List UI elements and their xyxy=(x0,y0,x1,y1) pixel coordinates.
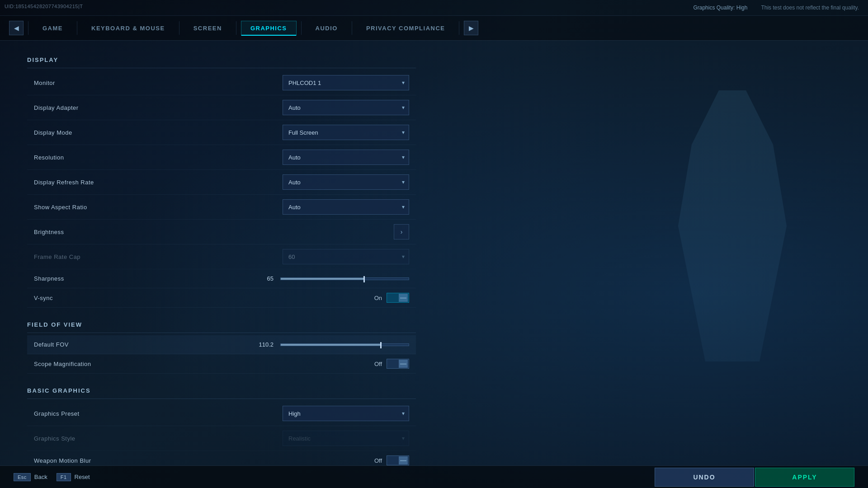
refresh-rate-control: Auto ▾ xyxy=(283,174,409,190)
reset-key-badge: F1 xyxy=(57,473,71,481)
frame-rate-cap-control: 60 ▾ xyxy=(283,249,409,264)
default-fov-row: Default FOV 110.2 xyxy=(27,335,416,354)
aspect-ratio-dropdown[interactable]: Auto ▾ xyxy=(283,199,409,215)
tab-separator-3 xyxy=(179,21,179,35)
top-bar: UID:185145428207743904215|T Graphics Qua… xyxy=(0,0,868,16)
scope-magnification-toggle[interactable]: — xyxy=(387,359,409,369)
quality-info: Graphics Quality: High This test does no… xyxy=(693,5,859,11)
reset-button[interactable]: F1 Reset xyxy=(57,473,90,481)
tab-privacy[interactable]: PRIVACY COMPLIANCE xyxy=(357,21,455,36)
resolution-control: Auto ▾ xyxy=(283,150,409,165)
sharpness-label: Sharpness xyxy=(34,275,64,282)
weapon-motion-blur-row: Weapon Motion Blur Off — xyxy=(27,451,416,465)
vsync-dash-icon: — xyxy=(400,294,406,301)
vsync-control: On — xyxy=(374,293,409,303)
tab-icon-left[interactable]: ◀ xyxy=(9,21,24,35)
tab-separator-5 xyxy=(301,21,302,35)
aspect-ratio-label: Show Aspect Ratio xyxy=(34,204,87,211)
display-adapter-row: Display Adapter Auto ▾ xyxy=(27,95,416,120)
resolution-row: Resolution Auto ▾ xyxy=(27,145,416,170)
sharpness-thumb xyxy=(363,276,365,282)
display-section-header: DISPLAY xyxy=(27,50,416,68)
vsync-label: V-sync xyxy=(34,295,53,301)
weapon-motion-blur-control: Off — xyxy=(374,455,409,465)
scope-magnification-label: Scope Magnification xyxy=(34,361,91,367)
graphics-style-control: Realistic ▾ xyxy=(283,431,409,446)
bottom-right-controls: UNDO APPLY xyxy=(655,468,854,487)
display-mode-value[interactable]: Full Screen xyxy=(283,125,409,140)
scope-dash-icon: — xyxy=(400,360,406,367)
monitor-row: Monitor PHLCOD1 1 ▾ xyxy=(27,70,416,95)
fov-section-header: FIELD OF VIEW xyxy=(27,314,416,333)
display-mode-dropdown[interactable]: Full Screen ▾ xyxy=(283,125,409,140)
tab-separator-6 xyxy=(352,21,352,35)
bottom-bar: Esc Back F1 Reset UNDO APPLY xyxy=(0,465,868,488)
refresh-rate-value[interactable]: Auto xyxy=(283,174,409,190)
graphics-style-row: Graphics Style Realistic ▾ xyxy=(27,426,416,451)
tab-game[interactable]: GAME xyxy=(33,21,72,36)
frame-rate-cap-label: Frame Rate Cap xyxy=(34,253,80,260)
graphics-style-value: Realistic xyxy=(283,431,409,446)
basic-graphics-section-header: BASIC GRAPHICS xyxy=(27,380,416,399)
tab-icon-right[interactable]: ▶ xyxy=(464,21,478,35)
weapon-motion-blur-indicator: — xyxy=(399,456,408,465)
frame-rate-cap-row: Frame Rate Cap 60 ▾ xyxy=(27,244,416,269)
settings-area: DISPLAY Monitor PHLCOD1 1 ▾ Display Adap… xyxy=(0,41,868,465)
frame-rate-cap-dropdown: 60 ▾ xyxy=(283,249,409,264)
default-fov-control: 110.2 xyxy=(251,341,409,348)
vsync-state-text: On xyxy=(374,295,382,301)
vsync-toggle[interactable]: — xyxy=(387,293,409,303)
resolution-dropdown[interactable]: Auto ▾ xyxy=(283,150,409,165)
graphics-preset-dropdown[interactable]: High ▾ xyxy=(283,406,409,421)
scope-magnification-row: Scope Magnification Off — xyxy=(27,354,416,374)
settings-panel: DISPLAY Monitor PHLCOD1 1 ▾ Display Adap… xyxy=(27,50,425,465)
tab-keyboard-mouse[interactable]: KEYBOARD & MOUSE xyxy=(82,21,175,36)
display-adapter-dropdown[interactable]: Auto ▾ xyxy=(283,100,409,115)
scope-magnification-state-text: Off xyxy=(374,361,382,367)
sharpness-slider[interactable] xyxy=(280,277,409,280)
quality-text: Graphics Quality: High xyxy=(693,5,747,11)
disclaimer-text: This test does not reflect the final qua… xyxy=(761,5,859,11)
sharpness-value: 65 xyxy=(255,275,274,282)
monitor-control: PHLCOD1 1 ▾ xyxy=(283,75,409,90)
display-adapter-value[interactable]: Auto xyxy=(283,100,409,115)
graphics-preset-control: High ▾ xyxy=(283,406,409,421)
default-fov-label: Default FOV xyxy=(34,341,69,348)
tab-separator-2 xyxy=(77,21,77,35)
resolution-value[interactable]: Auto xyxy=(283,150,409,165)
aspect-ratio-value[interactable]: Auto xyxy=(283,199,409,215)
graphics-style-label: Graphics Style xyxy=(34,435,75,442)
back-key-badge: Esc xyxy=(14,473,31,481)
graphics-preset-row: Graphics Preset High ▾ xyxy=(27,401,416,426)
default-fov-slider[interactable] xyxy=(280,343,409,346)
bottom-left-controls: Esc Back F1 Reset xyxy=(14,473,90,481)
aspect-ratio-control: Auto ▾ xyxy=(283,199,409,215)
reset-label: Reset xyxy=(75,474,90,480)
tab-audio[interactable]: AUDIO xyxy=(306,21,347,36)
weapon-motion-blur-toggle[interactable]: — xyxy=(387,455,409,465)
monitor-value[interactable]: PHLCOD1 1 xyxy=(283,75,409,90)
brightness-row: Brightness › xyxy=(27,220,416,244)
sharpness-control: 65 xyxy=(255,275,409,282)
tab-separator-7 xyxy=(459,21,459,35)
tab-screen[interactable]: SCREEN xyxy=(184,21,231,36)
tab-graphics[interactable]: GRAPHICS xyxy=(241,21,297,36)
monitor-dropdown[interactable]: PHLCOD1 1 ▾ xyxy=(283,75,409,90)
undo-button[interactable]: UNDO xyxy=(655,468,754,487)
default-fov-fill xyxy=(281,344,381,346)
graphics-preset-value[interactable]: High xyxy=(283,406,409,421)
brightness-arrow-button[interactable]: › xyxy=(394,224,409,239)
sharpness-row: Sharpness 65 xyxy=(27,269,416,288)
back-button[interactable]: Esc Back xyxy=(14,473,47,481)
tab-separator-4 xyxy=(236,21,236,35)
refresh-rate-row: Display Refresh Rate Auto ▾ xyxy=(27,170,416,195)
scope-magnification-indicator: — xyxy=(399,360,408,368)
monitor-label: Monitor xyxy=(34,80,55,86)
frame-rate-cap-value: 60 xyxy=(283,249,409,264)
aspect-ratio-row: Show Aspect Ratio Auto ▾ xyxy=(27,195,416,220)
default-fov-thumb xyxy=(380,342,382,348)
default-fov-value: 110.2 xyxy=(251,341,274,348)
graphics-preset-label: Graphics Preset xyxy=(34,410,80,417)
refresh-rate-dropdown[interactable]: Auto ▾ xyxy=(283,174,409,190)
apply-button[interactable]: APPLY xyxy=(755,468,854,487)
